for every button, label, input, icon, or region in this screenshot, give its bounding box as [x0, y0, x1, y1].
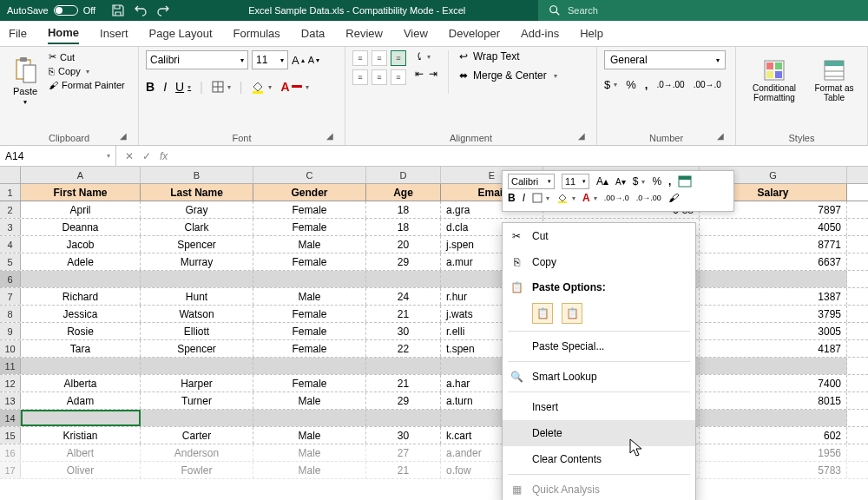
- col-header-c[interactable]: C: [253, 167, 366, 183]
- cell[interactable]: [21, 271, 141, 287]
- row-header[interactable]: 4: [0, 236, 21, 253]
- cell[interactable]: 29: [366, 253, 441, 270]
- cell[interactable]: 21: [366, 306, 441, 322]
- cell[interactable]: [141, 358, 253, 374]
- increase-decimal-icon[interactable]: .0→.00: [656, 80, 684, 89]
- cell[interactable]: Female: [253, 219, 366, 235]
- cancel-icon[interactable]: ✕: [125, 150, 134, 162]
- name-box[interactable]: A14▾: [0, 146, 116, 166]
- paste-option-default[interactable]: 📋: [532, 303, 553, 324]
- align-bottom-icon[interactable]: ≡: [391, 50, 406, 66]
- cell[interactable]: 8015: [700, 392, 847, 409]
- cell[interactable]: 30: [366, 427, 441, 444]
- row-header[interactable]: 17: [0, 462, 21, 478]
- italic-button[interactable]: I: [523, 192, 525, 204]
- wrap-text-button[interactable]: ↩Wrap Text: [459, 50, 557, 62]
- cell[interactable]: Gray: [141, 201, 253, 218]
- cell[interactable]: Male: [253, 236, 366, 253]
- cell[interactable]: [21, 358, 141, 374]
- align-middle-icon[interactable]: ≡: [372, 50, 387, 66]
- merge-center-button[interactable]: ⬌Merge & Center: [459, 69, 557, 82]
- increase-font-icon[interactable]: A▴: [292, 54, 305, 67]
- tab-developer[interactable]: Developer: [449, 23, 500, 43]
- tab-formulas[interactable]: Formulas: [233, 23, 280, 43]
- cell[interactable]: 3795: [700, 306, 847, 322]
- format-painter-icon[interactable]: 🖌: [668, 192, 679, 204]
- enter-icon[interactable]: ✓: [142, 150, 151, 162]
- cell[interactable]: Female: [253, 306, 366, 322]
- cell[interactable]: 4050: [700, 219, 847, 235]
- cell[interactable]: Fowler: [141, 462, 253, 478]
- cell[interactable]: Male: [253, 288, 366, 305]
- cell[interactable]: Watson: [141, 306, 253, 322]
- cell[interactable]: [253, 271, 366, 287]
- number-format-select[interactable]: General▾: [604, 50, 726, 69]
- cell[interactable]: 22: [366, 340, 441, 357]
- row-header[interactable]: 11: [0, 358, 21, 374]
- menu-paste-special[interactable]: Paste Special...: [503, 333, 695, 359]
- cell[interactable]: 4187: [700, 340, 847, 357]
- menu-clear-contents[interactable]: Clear Contents: [503, 446, 695, 472]
- cell[interactable]: [366, 410, 441, 426]
- cell[interactable]: [253, 410, 366, 426]
- row-header[interactable]: 8: [0, 306, 21, 322]
- cell[interactable]: 8771: [700, 236, 847, 253]
- table-style-icon[interactable]: [678, 175, 692, 188]
- cell[interactable]: 7400: [700, 375, 847, 391]
- cell[interactable]: Albert: [21, 444, 141, 461]
- cell[interactable]: 27: [366, 444, 441, 461]
- cut-button[interactable]: ✂Cut: [47, 50, 127, 63]
- menu-cut[interactable]: ✂Cut: [503, 223, 695, 249]
- cell[interactable]: [141, 271, 253, 287]
- cell[interactable]: Clark: [141, 219, 253, 235]
- cell[interactable]: 602: [700, 427, 847, 444]
- paste-button[interactable]: Paste ▾: [7, 50, 43, 111]
- select-all-corner[interactable]: [0, 167, 21, 183]
- accounting-icon[interactable]: $: [633, 175, 646, 188]
- col-header-b[interactable]: B: [141, 167, 253, 183]
- borders-icon[interactable]: [532, 193, 549, 203]
- row-header[interactable]: 5: [0, 253, 21, 270]
- underline-button[interactable]: U: [175, 80, 191, 94]
- fx-icon[interactable]: fx: [160, 150, 168, 162]
- row-header[interactable]: 14: [0, 410, 21, 426]
- decrease-decimal-icon[interactable]: .00→.0: [604, 194, 629, 202]
- tab-data[interactable]: Data: [301, 23, 325, 43]
- font-size-select[interactable]: 11▾: [252, 50, 288, 69]
- cell[interactable]: Female: [253, 375, 366, 391]
- row-header[interactable]: 10: [0, 340, 21, 357]
- cell[interactable]: 6637: [700, 253, 847, 270]
- row-header[interactable]: 16: [0, 444, 21, 461]
- row-header[interactable]: 15: [0, 427, 21, 444]
- increase-decimal-icon[interactable]: .0→.00: [636, 194, 661, 202]
- cell[interactable]: Jacob: [21, 236, 141, 253]
- align-right-icon[interactable]: ≡: [391, 69, 406, 85]
- row-header[interactable]: 12: [0, 375, 21, 391]
- menu-delete[interactable]: Delete: [503, 420, 695, 446]
- cell[interactable]: Male: [253, 444, 366, 461]
- fill-color-icon[interactable]: [556, 192, 575, 204]
- dialog-launcher-icon[interactable]: ◢: [324, 129, 336, 141]
- cell[interactable]: April: [21, 201, 141, 218]
- cell[interactable]: Elliott: [141, 323, 253, 339]
- row-header[interactable]: 1: [0, 184, 21, 201]
- worksheet-grid[interactable]: A B C D E F G 1 First Name Last Name Gen…: [0, 167, 868, 479]
- borders-button[interactable]: [212, 81, 231, 93]
- cell[interactable]: 21: [366, 375, 441, 391]
- undo-icon[interactable]: [134, 3, 148, 17]
- cell[interactable]: Tara: [21, 340, 141, 357]
- cell[interactable]: [366, 271, 441, 287]
- orientation-icon[interactable]: ⤹: [415, 50, 437, 62]
- conditional-formatting-button[interactable]: Conditional Formatting: [743, 50, 806, 111]
- tab-page-layout[interactable]: Page Layout: [149, 23, 213, 43]
- cell[interactable]: 21: [366, 462, 441, 478]
- cell[interactable]: Male: [253, 427, 366, 444]
- increase-indent-icon[interactable]: ⇥: [429, 68, 437, 80]
- paste-option-values[interactable]: 📋: [562, 303, 582, 324]
- format-as-table-button[interactable]: Format as Table: [809, 50, 859, 111]
- align-center-icon[interactable]: ≡: [372, 69, 387, 85]
- fill-color-button[interactable]: [251, 80, 272, 94]
- cell[interactable]: 20: [366, 236, 441, 253]
- cell[interactable]: 1387: [700, 288, 847, 305]
- cell[interactable]: Oliver: [21, 462, 141, 478]
